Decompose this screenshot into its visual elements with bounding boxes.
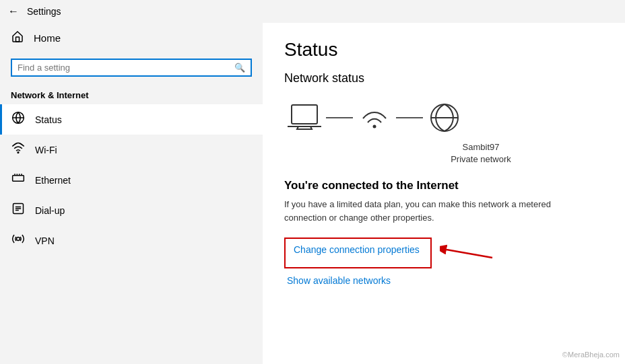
sidebar-item-wifi[interactable]: Wi-Fi	[0, 135, 263, 165]
search-box[interactable]: 🔍	[11, 59, 252, 77]
page-title: Status	[284, 39, 603, 61]
search-icon: 🔍	[234, 63, 245, 73]
svg-point-15	[373, 124, 376, 128]
svg-line-19	[447, 250, 492, 258]
network-diagram	[284, 99, 603, 136]
connected-heading: You're connected to the Internet	[284, 179, 603, 192]
line-right	[396, 117, 423, 118]
sidebar-item-ethernet-label: Ethernet	[35, 175, 71, 186]
vpn-icon	[11, 232, 26, 249]
laptop-icon	[284, 99, 325, 136]
change-props-box: Change connection properties	[284, 238, 432, 268]
svg-rect-0	[16, 37, 20, 42]
change-connection-properties-link[interactable]: Change connection properties	[291, 242, 425, 258]
svg-point-3	[18, 152, 19, 153]
network-type: Private network	[358, 153, 603, 166]
sidebar-item-status-label: Status	[35, 114, 62, 125]
svg-rect-4	[13, 176, 24, 181]
sidebar: Home 🔍 Network & Internet Status	[0, 23, 263, 364]
ethernet-icon	[11, 172, 26, 188]
svg-rect-14	[292, 105, 317, 124]
network-name: Sambit97	[358, 141, 603, 153]
sidebar-item-status[interactable]: Status	[0, 104, 263, 135]
network-status-heading: Network status	[284, 71, 603, 85]
change-props-wrapper: Change connection properties	[284, 238, 603, 268]
globe-icon	[424, 99, 465, 136]
home-icon	[11, 30, 24, 46]
line-left	[326, 117, 353, 118]
titlebar: ← Settings	[0, 0, 625, 23]
watermark: ©MeraBheja.com	[562, 351, 620, 359]
red-arrow	[440, 243, 494, 263]
dialup-icon	[11, 202, 26, 219]
sidebar-item-ethernet[interactable]: Ethernet	[0, 165, 263, 195]
sidebar-item-dialup[interactable]: Dial-up	[0, 195, 263, 225]
sidebar-item-vpn[interactable]: VPN	[0, 225, 263, 256]
sidebar-item-home[interactable]: Home	[0, 23, 263, 53]
wifi-icon	[11, 141, 26, 158]
titlebar-title: Settings	[27, 6, 61, 17]
home-label: Home	[34, 32, 61, 44]
search-wrapper: 🔍	[0, 53, 263, 82]
connected-description: If you have a limited data plan, you can…	[284, 198, 594, 224]
status-icon	[11, 111, 26, 128]
back-button[interactable]: ←	[8, 5, 19, 17]
sidebar-item-vpn-label: VPN	[35, 235, 55, 246]
network-label: Sambit97 Private network	[284, 141, 603, 166]
sidebar-section-title: Network & Internet	[0, 82, 263, 104]
svg-point-13	[17, 238, 20, 241]
sidebar-item-wifi-label: Wi-Fi	[35, 145, 57, 155]
show-networks-wrapper: Show available networks	[284, 272, 603, 295]
content-area: Status Network status	[263, 23, 625, 364]
sidebar-item-dialup-label: Dial-up	[35, 205, 65, 216]
show-available-networks-link[interactable]: Show available networks	[284, 272, 396, 289]
main-layout: Home 🔍 Network & Internet Status	[0, 23, 625, 364]
router-icon	[354, 99, 395, 136]
search-input[interactable]	[18, 63, 234, 73]
